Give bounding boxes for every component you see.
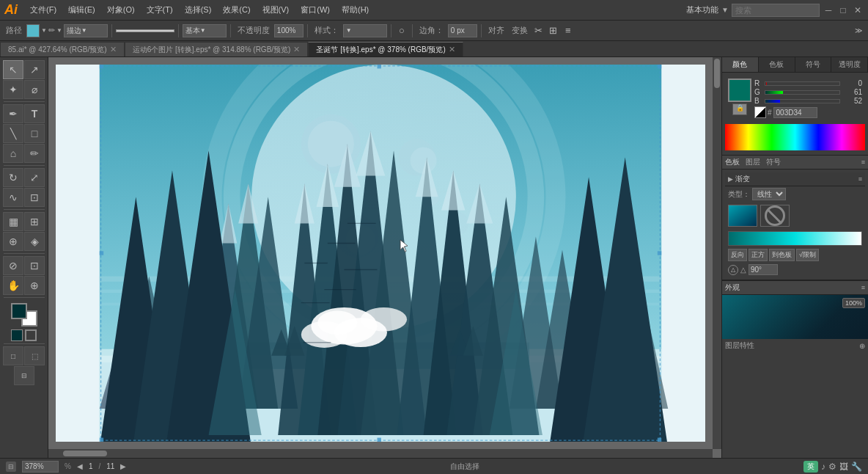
blend-tool[interactable]: ◈: [24, 232, 45, 251]
reverse-btn[interactable]: 反向: [728, 249, 747, 261]
gradient-type-select[interactable]: 线性: [752, 188, 786, 200]
warp-tool[interactable]: ∿: [3, 188, 23, 207]
eyedropper-tool[interactable]: ⊘: [3, 256, 23, 275]
g-slider[interactable]: [765, 90, 840, 95]
extra-icon-2[interactable]: 🔧: [851, 462, 862, 472]
fill-swatch[interactable]: [11, 329, 23, 341]
circle-icon[interactable]: ○: [395, 24, 408, 37]
vertical-scrollbar[interactable]: [713, 57, 721, 449]
close-button[interactable]: ✕: [852, 4, 864, 16]
stroke-dropdown[interactable]: 描边 ▼: [64, 24, 108, 37]
rotate-tool[interactable]: ↻: [3, 168, 23, 187]
opacity-input[interactable]: 100%: [274, 24, 304, 37]
line-tool[interactable]: ╲: [3, 124, 23, 143]
b-slider[interactable]: [765, 99, 840, 103]
horizontal-scrollbar[interactable]: [48, 449, 713, 458]
extra-icon-1[interactable]: 🖼: [839, 462, 848, 472]
minimize-button[interactable]: ─: [823, 4, 834, 16]
more-icon[interactable]: ≡: [562, 24, 575, 37]
stroke-swatch[interactable]: [25, 329, 37, 341]
tab-1-close[interactable]: ✕: [293, 45, 300, 54]
menu-effect[interactable]: 效果(C): [218, 3, 255, 17]
gradient-panel-collapse[interactable]: ≡: [858, 175, 862, 183]
artwork[interactable]: [56, 65, 705, 442]
menu-view[interactable]: 视图(V): [257, 3, 295, 17]
magic-wand-tool[interactable]: ✦: [3, 80, 23, 99]
menu-object[interactable]: 对象(O): [102, 3, 140, 17]
panel-menu-icon[interactable]: ≡: [861, 158, 865, 166]
scissors-icon[interactable]: ✂: [532, 24, 545, 37]
zoom-tool[interactable]: ⊕: [24, 276, 45, 295]
base-dropdown[interactable]: 基本 ▼: [183, 24, 227, 37]
appearance-menu[interactable]: ≡: [861, 284, 865, 291]
zoom-input[interactable]: [22, 461, 59, 473]
tab-0-close[interactable]: ✕: [110, 45, 117, 54]
corner-input[interactable]: 0 px: [448, 24, 477, 37]
stroke-color[interactable]: ▼: [26, 24, 47, 37]
pen-tool-selector[interactable]: ✏ ▼: [48, 26, 62, 35]
r-slider[interactable]: [765, 81, 840, 86]
pencil-tool[interactable]: ✏: [24, 144, 45, 163]
menu-window[interactable]: 窗口(W): [295, 3, 335, 17]
screen-mode[interactable]: ⬚: [24, 346, 45, 365]
scrollbar-thumb-h[interactable]: [63, 451, 107, 456]
menu-help[interactable]: 帮助(H): [336, 3, 374, 17]
menu-select[interactable]: 选择(S): [180, 3, 217, 17]
layers-tab[interactable]: 图层: [746, 157, 760, 167]
free-transform-tool[interactable]: ⊡: [24, 188, 45, 207]
search-input[interactable]: [732, 4, 820, 17]
tab-1[interactable]: 运动6个图片 [转换].eps* @ 314.88% (RGB/预览) ✕: [125, 42, 309, 56]
direct-select-tool[interactable]: ↗: [24, 60, 45, 79]
workspace-dropdown-icon[interactable]: ▼: [721, 6, 729, 14]
gradient-mesh-tool[interactable]: ⊞: [24, 212, 45, 231]
swatch-tab[interactable]: 色板: [725, 157, 740, 167]
select-tool[interactable]: ↖: [3, 60, 23, 79]
swatches-tab[interactable]: 色板: [759, 57, 795, 72]
transform-label[interactable]: 变换: [509, 25, 531, 36]
hand-tool[interactable]: ✋: [3, 276, 23, 295]
lang-button[interactable]: 英: [803, 461, 818, 473]
symbols-tab[interactable]: 符号: [795, 57, 832, 72]
hex-input[interactable]: [773, 107, 817, 118]
normal-mode[interactable]: □: [3, 346, 23, 365]
to-swatch-btn[interactable]: 到色板: [769, 249, 795, 261]
measure-tool[interactable]: ⊡: [24, 256, 45, 275]
pen-tool[interactable]: ✒: [3, 104, 23, 123]
scale-tool[interactable]: ⤢: [24, 168, 45, 187]
color-spectrum[interactable]: [725, 124, 865, 150]
gradient-thumb-none[interactable]: [760, 205, 790, 227]
maximize-button[interactable]: □: [837, 4, 849, 16]
text-tool[interactable]: T: [24, 104, 45, 123]
arrange-icon[interactable]: ⊞: [547, 24, 560, 37]
tab-0[interactable]: 85.ai* @ 427.64% (RGB/预览) ✕: [0, 42, 125, 56]
gradient-preview[interactable]: [728, 231, 862, 246]
color-tab[interactable]: 颜色: [722, 57, 759, 72]
lasso-tool[interactable]: ⌀: [24, 80, 45, 99]
tab-2-close[interactable]: ✕: [449, 45, 455, 54]
transparency-tab[interactable]: 透明度: [831, 57, 868, 72]
page-fwd[interactable]: ▶: [120, 462, 126, 470]
square-btn[interactable]: 正方: [749, 249, 768, 261]
graph-tool[interactable]: ▦: [3, 212, 23, 231]
artboard-tool[interactable]: ⊟: [14, 366, 34, 385]
menu-edit[interactable]: 编辑(E): [63, 3, 100, 17]
scrollbar-thumb-v[interactable]: [714, 59, 720, 88]
layers-icon[interactable]: ⊕: [859, 342, 865, 350]
gradient-thumb-1[interactable]: [728, 205, 757, 227]
menu-file[interactable]: 文件(F): [25, 3, 62, 17]
settings-icon[interactable]: ⚙: [828, 462, 836, 472]
menu-text[interactable]: 文字(T): [141, 3, 178, 17]
align-label[interactable]: 对齐: [485, 25, 507, 36]
foreground-color-swatch[interactable]: [11, 303, 27, 319]
paint-brush-tool[interactable]: ⌂: [3, 144, 23, 163]
shape-builder-tool[interactable]: ⊕: [3, 232, 23, 251]
rect-tool[interactable]: □: [24, 124, 45, 143]
tab-2[interactable]: 圣诞节 [转换].eps* @ 378% (RGB/预览) ✕: [308, 42, 463, 56]
sym-tab[interactable]: 符号: [766, 157, 781, 167]
fg-color-block[interactable]: [728, 79, 751, 102]
limit-btn[interactable]: √限制: [796, 249, 819, 261]
music-icon[interactable]: ♪: [821, 462, 825, 472]
stroke-color-box[interactable]: [26, 24, 40, 37]
expand-icon[interactable]: ≫: [852, 24, 865, 37]
angle-input[interactable]: [749, 264, 778, 275]
